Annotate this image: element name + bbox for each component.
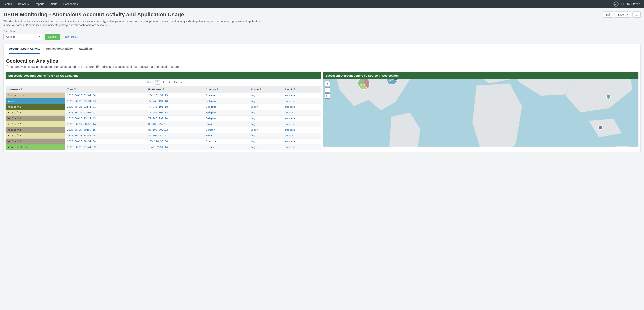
table-row[interactable]: fuzz_aldrin2020-06-26 01:02:08164.132.51… [6,92,321,98]
table-row[interactable]: VetStaff22020-06-28 08:57:2486.105.25.76… [6,132,321,138]
nav-dashboards[interactable]: Dashboards [63,2,78,6]
more-actions-button[interactable]: ... [632,12,640,18]
cell-result[interactable]: success [283,110,321,115]
table-row[interactable]: snarlsbarkley32020-06-28 21:41:39164.132… [6,144,321,150]
nav-search[interactable]: Search [4,2,12,6]
cell-country[interactable]: Romania [204,121,249,127]
tab-watchlists[interactable]: Watchlists [78,44,92,54]
cell-username[interactable]: VetStaff3 [6,115,65,121]
cell-username[interactable]: snarlsbarkley3 [6,144,65,150]
cell-time[interactable]: 2020-06-27 08:59:15 [65,127,146,132]
table-row[interactable]: VetStaff32020-06-26 23:11:4377.243.191.1… [6,115,321,121]
cell-action[interactable]: login [249,115,283,121]
table-row[interactable]: scoobs2020-06-26 22:34:2377.243.191.18Be… [6,98,321,104]
submit-button[interactable]: Submit [45,34,60,40]
cell-ip[interactable]: 86.105.25.76 [146,121,204,127]
pagination-prev[interactable]: « Prev [143,80,154,84]
cell-action[interactable]: login [249,110,283,115]
cell-action[interactable]: login [249,92,283,98]
cell-ip[interactable]: 164.132.51.15 [146,92,204,98]
pagination-page-2[interactable]: 2 [161,80,166,84]
cell-result[interactable]: success [283,92,321,98]
cell-result[interactable]: success [283,144,321,150]
cell-time[interactable]: 2020-06-26 22:34:23 [65,98,146,104]
cell-result[interactable]: success [283,115,321,121]
cell-username[interactable]: scoobs [6,98,65,104]
tab-application-activity[interactable]: Application Activity [46,44,73,54]
cell-ip[interactable]: 77.243.191.18 [146,104,204,110]
cell-action[interactable]: login [249,144,283,150]
cell-ip[interactable]: 77.243.191.18 [146,115,204,121]
cell-result[interactable]: success [283,132,321,138]
cell-time[interactable]: 2020-06-26 01:02:08 [65,92,146,98]
cell-country[interactable]: Belgium [204,115,249,121]
map-marker-east-asia[interactable] [606,95,611,99]
cell-time[interactable]: 2020-06-26 23:07:21 [65,110,146,115]
cell-action[interactable]: login [249,138,283,144]
cell-username[interactable]: fuzz_aldrin [6,92,65,98]
cell-username[interactable]: VetStaff3 [6,138,65,144]
th-time[interactable]: Time▲▼ [65,86,146,92]
table-row[interactable]: VetStaff12020-06-26 22:41:0177.243.191.1… [6,104,321,110]
cell-username[interactable]: VetStaff1 [6,104,65,110]
pagination-next[interactable]: Next » [172,80,184,84]
cell-country[interactable]: Czechia [204,138,249,144]
table-row[interactable]: VetStaff32020-06-27 08:59:1582.102.20.18… [6,127,321,132]
nav-alerts[interactable]: Alerts [50,2,57,6]
pagination-page-3[interactable]: 3 [166,80,172,84]
cell-action[interactable]: login [249,127,283,132]
tab-account-login-activity[interactable]: Account Login Activity [9,44,40,54]
cell-action[interactable]: login [249,98,283,104]
nav-datasets[interactable]: Datasets [18,2,28,6]
edit-button[interactable]: Edit [603,12,613,18]
cell-action[interactable]: login [249,132,283,138]
cell-country[interactable]: Belgium [204,98,249,104]
zoom-out-button[interactable]: − [325,87,330,92]
cell-country[interactable]: France [204,144,249,150]
cell-result[interactable]: success [283,121,321,127]
cell-action[interactable]: login [249,104,283,110]
table-row[interactable]: VetStaff22020-06-26 23:07:2177.243.191.1… [6,110,321,115]
cell-time[interactable]: 2020-06-28 08:59:30 [65,138,146,144]
th-ip[interactable]: IP Address▲▼ [146,86,204,92]
th-username[interactable]: Username▲▼ [6,86,65,92]
pagination-page-1[interactable]: 1 [155,80,160,84]
cell-username[interactable]: VetStaff2 [6,110,65,115]
cell-country[interactable]: Romania [204,132,249,138]
app-icon[interactable]: App [614,2,618,6]
cell-username[interactable]: VetStaff2 [6,132,65,138]
th-country[interactable]: Country▲▼ [204,86,249,92]
table-row[interactable]: VetStaff32020-06-28 08:59:30185.216.35.6… [6,138,321,144]
export-button[interactable]: Export [615,12,631,18]
cell-result[interactable]: success [283,104,321,110]
cell-result[interactable]: success [283,127,321,132]
cell-country[interactable]: France [204,92,249,98]
cell-username[interactable]: VetStaff2 [6,121,65,127]
cell-action[interactable]: login [249,121,283,127]
cell-time[interactable]: 2020-06-27 08:59:14 [65,121,146,127]
map-marker-north-america-west[interactable] [358,79,370,90]
cell-ip[interactable]: 77.243.191.18 [146,110,204,115]
cell-time[interactable]: 2020-06-28 08:57:24 [65,132,146,138]
locate-button[interactable] [325,93,330,99]
nav-reports[interactable]: Reports [35,2,44,6]
cell-ip[interactable]: 86.105.25.76 [146,132,204,138]
cell-ip[interactable]: 77.243.191.18 [146,98,204,104]
cell-result[interactable]: success [283,98,321,104]
cell-ip[interactable]: 185.216.35.66 [146,138,204,144]
th-action[interactable]: Action▲▼ [249,86,283,92]
cell-country[interactable]: Denmark [204,127,249,132]
cell-ip[interactable]: 164.132.51.16 [146,144,204,150]
th-result[interactable]: Result▲▼ [283,86,321,92]
cell-time[interactable]: 2020-06-26 23:11:43 [65,115,146,121]
cell-time[interactable]: 2020-06-26 22:41:01 [65,104,146,110]
hide-filters-link[interactable]: Hide Filters [64,36,77,38]
cell-result[interactable]: success [283,138,321,144]
zoom-in-button[interactable]: + [325,81,330,86]
table-row[interactable]: VetStaff22020-06-27 08:59:1486.105.25.76… [6,121,321,127]
cell-time[interactable]: 2020-06-28 21:41:39 [65,144,146,150]
cell-country[interactable]: Belgium [204,110,249,115]
map-marker-southeast-asia[interactable] [598,126,603,130]
app-name[interactable]: DFUR Demo [621,2,640,6]
cell-username[interactable]: VetStaff3 [6,127,65,132]
